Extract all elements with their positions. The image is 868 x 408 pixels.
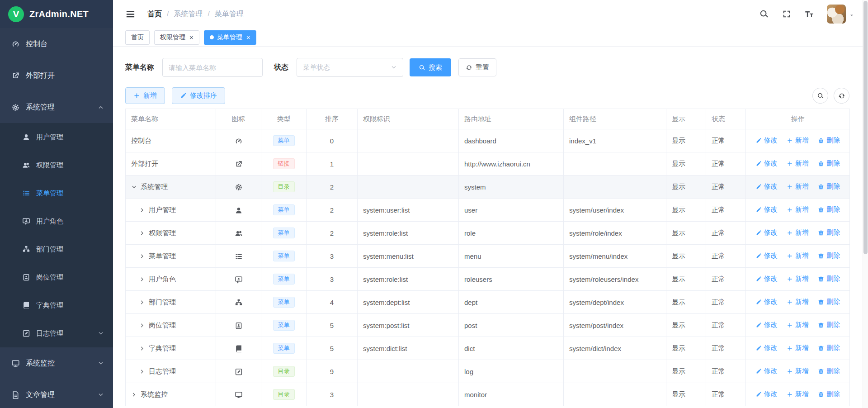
edit-icon: [755, 138, 762, 144]
sort-cell: 5: [307, 314, 358, 337]
sidebar-item-user-roles[interactable]: 用户角色: [0, 207, 113, 235]
add-child-button[interactable]: 新增: [787, 321, 809, 329]
sidebar-item-dictionary[interactable]: 字典管理: [0, 291, 113, 319]
add-child-button[interactable]: 新增: [787, 205, 809, 214]
add-child-button[interactable]: 新增: [787, 159, 809, 168]
visible-cell: 显示: [666, 222, 706, 245]
tree-toggle-icon[interactable]: [131, 392, 137, 398]
caret-down-icon[interactable]: [849, 13, 854, 18]
add-button[interactable]: 新增: [125, 87, 165, 104]
edit-button[interactable]: 修改: [755, 205, 778, 214]
add-child-button[interactable]: 新增: [787, 298, 809, 306]
sidebar-item-permissions[interactable]: 权限管理: [0, 151, 113, 179]
edit-button[interactable]: 修改: [755, 390, 778, 399]
delete-button[interactable]: 删除: [818, 367, 840, 375]
actions-cell: 修改 新增 删除: [746, 268, 850, 291]
breadcrumb-system[interactable]: 系统管理: [174, 9, 203, 19]
page-scrollbar[interactable]: [863, 0, 868, 408]
delete-button[interactable]: 删除: [818, 182, 840, 191]
add-child-button[interactable]: 新增: [787, 344, 809, 352]
search-icon[interactable]: [759, 9, 769, 19]
sidebar-item-departments[interactable]: 部门管理: [0, 235, 113, 263]
breadcrumb-home[interactable]: 首页: [147, 9, 162, 19]
refresh-table-button[interactable]: [834, 88, 849, 104]
tree-toggle-icon[interactable]: [139, 299, 145, 305]
edit-sort-button[interactable]: 修改排序: [172, 87, 225, 104]
menu-name-input[interactable]: [162, 58, 263, 77]
add-child-button[interactable]: 新增: [787, 275, 809, 283]
users-icon: [22, 161, 30, 169]
route-cell: http://www.izhaorui.cn: [459, 152, 564, 176]
edit-button[interactable]: 修改: [755, 298, 778, 306]
add-child-button[interactable]: 新增: [787, 367, 809, 375]
font-size-icon[interactable]: [804, 9, 814, 19]
tree-toggle-icon[interactable]: [139, 369, 145, 375]
edit-button[interactable]: 修改: [755, 367, 778, 375]
delete-button[interactable]: 删除: [818, 390, 840, 399]
edit-button[interactable]: 修改: [755, 251, 778, 260]
sidebar-item-users[interactable]: 用户管理: [0, 123, 113, 151]
add-child-button[interactable]: 新增: [787, 182, 809, 191]
delete-button[interactable]: 删除: [818, 298, 840, 306]
active-tab-dot: [210, 35, 214, 39]
avatar[interactable]: [827, 5, 846, 24]
article-icon: [11, 391, 20, 399]
delete-button[interactable]: 删除: [818, 251, 840, 260]
sidebar-item-system[interactable]: 系统管理: [0, 91, 113, 123]
sidebar-item-logs[interactable]: 日志管理: [0, 319, 113, 347]
add-child-button[interactable]: 新增: [787, 136, 809, 145]
search-button[interactable]: 搜索: [410, 58, 451, 76]
dashboard-icon: [11, 40, 20, 48]
tree-toggle-icon[interactable]: [139, 276, 145, 282]
add-child-button[interactable]: 新增: [787, 390, 809, 399]
add-button-label: 新增: [143, 91, 157, 100]
fullscreen-icon[interactable]: [782, 9, 792, 19]
status-cell: 正常: [706, 314, 746, 337]
sidebar-item-posts[interactable]: 岗位管理: [0, 263, 113, 291]
sidebar-item-monitor[interactable]: 系统监控: [0, 347, 113, 379]
menu-name-value: 用户管理: [149, 206, 176, 214]
close-icon[interactable]: ×: [189, 34, 193, 41]
sidebar-item-menus[interactable]: 菜单管理: [0, 179, 113, 207]
toggle-search-button[interactable]: [812, 88, 828, 104]
status-select[interactable]: 菜单状态: [297, 58, 403, 77]
column-header-component: 组件路径: [564, 109, 666, 129]
add-child-button[interactable]: 新增: [787, 228, 809, 237]
tree-toggle-icon[interactable]: [139, 207, 145, 213]
tree-toggle-icon[interactable]: [139, 346, 145, 351]
edit-button[interactable]: 修改: [755, 182, 778, 191]
delete-button[interactable]: 删除: [818, 275, 840, 283]
tree-toggle-icon[interactable]: [139, 323, 145, 328]
tree-toggle-icon[interactable]: [139, 253, 145, 259]
edit-button[interactable]: 修改: [755, 228, 778, 237]
delete-button[interactable]: 删除: [818, 344, 840, 352]
tab-menu-management[interactable]: 菜单管理 ×: [204, 30, 256, 45]
tab-home[interactable]: 首页: [125, 30, 150, 45]
delete-button[interactable]: 删除: [818, 321, 840, 329]
sidebar-item-label: 系统监控: [26, 359, 55, 368]
delete-button[interactable]: 删除: [818, 159, 840, 168]
hamburger-icon[interactable]: [125, 9, 136, 19]
edit-button[interactable]: 修改: [755, 159, 778, 168]
scrollbar-thumb[interactable]: [863, 1, 868, 254]
perm-cell: system:role:list: [358, 268, 459, 291]
delete-button[interactable]: 删除: [818, 228, 840, 237]
edit-button[interactable]: 修改: [755, 344, 778, 352]
sidebar-item-external[interactable]: 外部打开: [0, 60, 113, 91]
tree-toggle-icon[interactable]: [139, 230, 145, 236]
sidebar-item-label: 权限管理: [36, 161, 63, 170]
sidebar-item-dashboard[interactable]: 控制台: [0, 28, 113, 60]
edit-button[interactable]: 修改: [755, 275, 778, 283]
tab-permission-management[interactable]: 权限管理 ×: [154, 30, 199, 45]
edit-button[interactable]: 修改: [755, 136, 778, 145]
edit-label: 修改: [764, 205, 778, 214]
delete-button[interactable]: 删除: [818, 205, 840, 214]
tree-toggle-icon[interactable]: [131, 184, 137, 190]
menu-name-cell: 岗位管理: [126, 314, 216, 337]
edit-button[interactable]: 修改: [755, 321, 778, 329]
sidebar-item-articles[interactable]: 文章管理: [0, 379, 113, 408]
reset-button[interactable]: 重置: [458, 58, 496, 76]
add-child-button[interactable]: 新增: [787, 251, 809, 260]
close-icon[interactable]: ×: [246, 34, 250, 41]
delete-button[interactable]: 删除: [818, 136, 840, 145]
